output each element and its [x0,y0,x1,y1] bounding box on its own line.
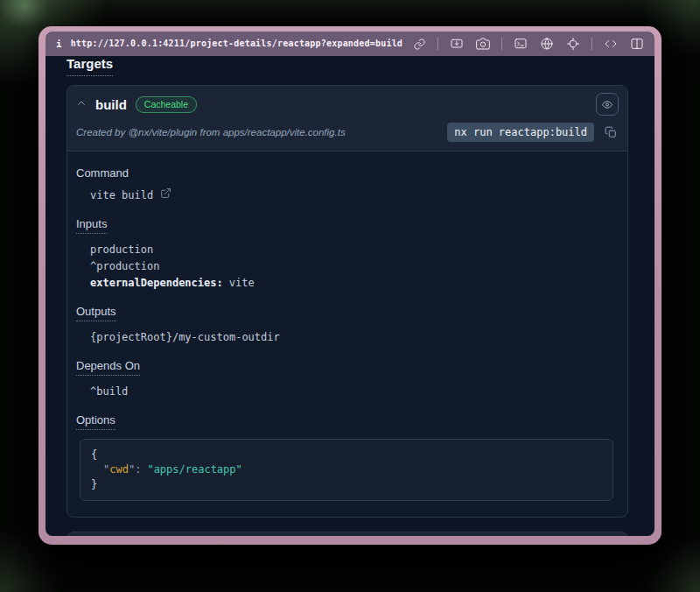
camera-icon[interactable] [475,36,491,52]
options-section-label: Options [76,413,617,430]
page-title: Targets [66,56,113,76]
depends-on-item: ^build [90,384,617,400]
json-string-value: apps/reactapp [154,463,236,476]
created-by-text: Created by @nx/vite/plugin from apps/rea… [76,127,438,137]
project-details-page: Targets build Cacheable Created by @nx/v… [46,56,654,536]
build-target-header[interactable]: build Cacheable [67,86,627,117]
cacheable-badge: Cacheable [136,96,197,113]
link-icon[interactable] [411,36,427,52]
code-icon[interactable] [603,36,619,52]
build-target-subheader: Created by @nx/vite/plugin from apps/rea… [67,117,627,152]
titlebar: i http://127.0.0.1:4211/project-details/… [46,32,654,56]
target-name: build [95,97,127,112]
screencast-icon[interactable] [449,36,465,52]
inputs-section-label: Inputs [76,217,617,234]
inputs-list: production ^production externalDependenc… [90,242,617,292]
build-target-details: Command vite build Inputs production ^pr… [67,152,627,517]
json-cwd-line: "cwd":"apps/reactapp" [91,462,602,477]
chevron-up-icon[interactable] [76,96,87,112]
target-card-build: build Cacheable Created by @nx/vite/plug… [66,85,628,518]
copy-icon[interactable] [603,124,619,140]
info-icon: i [56,39,62,49]
depends-on-section-label: Depends On [76,359,617,376]
output-item: {projectRoot}/my-custom-outdir [90,329,617,346]
titlebar-separator [592,38,592,50]
target-card-serve[interactable]: serve vite serve [66,532,628,536]
run-command-chip: nx run reactapp:build [447,123,594,142]
split-editor-icon[interactable] [629,36,645,52]
input-item-named: externalDependencies:vite [90,275,617,292]
target-icon[interactable] [565,36,581,52]
json-key: cwd [109,463,129,476]
json-open-brace: { [91,448,602,462]
command-value-line: vite build [90,187,617,204]
titlebar-separator [438,38,438,50]
titlebar-separator [501,38,502,50]
json-close-brace: } [91,477,602,492]
named-input-key: externalDependencies: [90,277,223,289]
depends-on-list: ^build [90,384,617,400]
terminal-icon[interactable] [513,36,528,52]
browser-window: i http://127.0.0.1:4211/project-details/… [38,26,662,545]
view-in-graph-button[interactable] [596,93,619,116]
globe-icon[interactable] [539,36,555,52]
titlebar-actions [411,36,645,52]
input-item: production [90,242,617,258]
outputs-section-label: Outputs [76,305,617,321]
address-url[interactable]: http://127.0.0.1:4211/project-details/re… [71,39,402,48]
command-section-label: Command [76,166,617,180]
input-item: ^production [90,258,617,275]
options-json-block: { "cwd":"apps/reactapp" } [80,439,613,501]
external-link-icon[interactable] [160,187,172,204]
command-value: vite build [90,187,153,204]
outputs-list: {projectRoot}/my-custom-outdir [90,329,617,346]
named-input-value: vite [229,277,255,289]
